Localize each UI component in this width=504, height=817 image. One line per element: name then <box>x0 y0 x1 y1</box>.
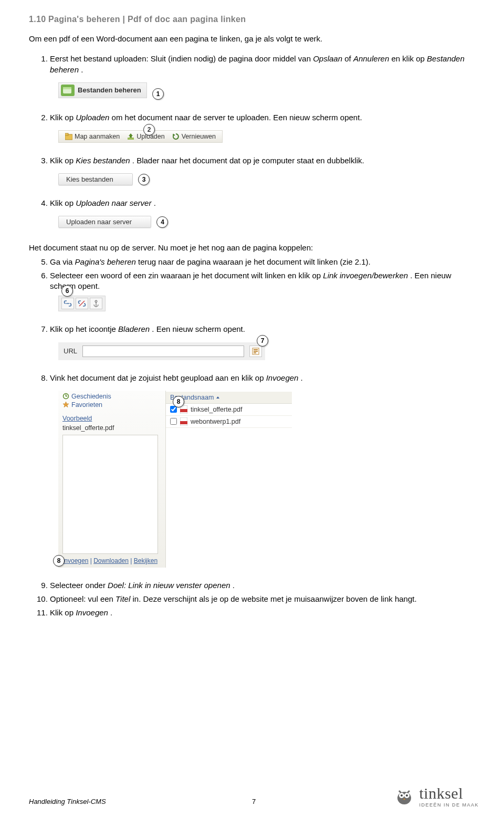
pdf-icon <box>180 417 187 426</box>
svg-rect-15 <box>180 409 187 412</box>
anchor-icon <box>92 300 100 307</box>
figure-bestanden-beheren: Bestanden beheren 1 <box>58 82 164 100</box>
anchor-button[interactable] <box>90 298 102 309</box>
callout-7: 7 <box>257 335 268 347</box>
callout-2: 2 <box>143 124 155 135</box>
file-row[interactable]: webontwerp1.pdf <box>166 416 292 428</box>
browse-icon <box>252 348 259 355</box>
step-7: Klik op het icoontje Bladeren . Een nieu… <box>50 324 479 334</box>
step-1: Eerst het bestand uploaden: Sluit (indie… <box>50 54 479 75</box>
step-9: Selecteer onder Doel: Link in nieuw vens… <box>50 580 479 591</box>
step-2: Klik op Uploaden om het document naar de… <box>50 112 479 123</box>
logo-tagline: IDEEËN IN DE MAAK <box>419 802 479 808</box>
action-downloaden[interactable]: Downloaden <box>93 557 129 564</box>
callout-6: 6 <box>61 285 73 297</box>
browser-actions: Invoegen | Downloaden | Bekijken <box>62 557 162 564</box>
owl-icon <box>394 787 415 805</box>
callout-8-bottom: 8 <box>53 555 65 567</box>
uploaden-naar-server-button[interactable]: Uploaden naar server <box>58 216 151 228</box>
logo-text: tinksel <box>419 784 479 802</box>
step-5: Ga via Pagina's beheren terug naar de pa… <box>50 257 479 267</box>
tinksel-logo: tinksel IDEEËN IN DE MAAK <box>394 784 479 808</box>
callout-3: 3 <box>138 174 150 185</box>
remove-link-button[interactable] <box>76 298 88 309</box>
svg-rect-17 <box>180 421 187 424</box>
preview-pane <box>62 435 158 554</box>
insert-link-button[interactable] <box>61 298 74 309</box>
file-name: webontwerp1.pdf <box>191 418 240 425</box>
mid-text: Het document staat nu op de server. Nu m… <box>29 243 479 253</box>
page-title: 1.10 Pagina's beheren | Pdf of doc aan p… <box>29 15 479 24</box>
step-3: Klik op Kies bestanden . Blader naar het… <box>50 155 479 166</box>
star-icon <box>62 401 69 408</box>
svg-point-18 <box>397 792 411 804</box>
file-checkbox[interactable] <box>170 418 177 425</box>
step-6: Selecteer een woord of een zin waaraan j… <box>50 270 479 292</box>
callout-1: 1 <box>152 88 164 100</box>
footer-doc-name: Handleiding Tinksel-CMS <box>29 798 106 805</box>
step-8: Vink het document dat je zojuist hebt ge… <box>50 373 479 383</box>
folder-icon <box>61 85 75 96</box>
url-input[interactable] <box>82 345 244 357</box>
file-name: tinksel_offerte.pdf <box>191 406 242 413</box>
svg-rect-12 <box>254 352 256 353</box>
svg-rect-5 <box>128 138 134 140</box>
folder-create-icon <box>65 133 72 140</box>
svg-line-6 <box>79 301 85 306</box>
svg-rect-4 <box>65 133 68 135</box>
figure-link-toolbar: 6 <box>58 296 106 311</box>
action-invoegen[interactable]: Invoegen <box>62 557 88 564</box>
figure-uploaden-naar-server: Uploaden naar server 4 <box>58 216 168 228</box>
history-link[interactable]: Geschiedenis <box>62 393 162 400</box>
file-row[interactable]: tinksel_offerte.pdf <box>166 404 292 416</box>
refresh-icon <box>172 133 180 140</box>
step-4: Klik op Uploaden naar server . <box>50 198 479 208</box>
history-icon <box>62 393 69 400</box>
callout-8-top: 8 <box>173 396 184 407</box>
svg-point-22 <box>406 794 408 797</box>
toolbar-vernieuwen[interactable]: Vernieuwen <box>172 133 216 140</box>
footer-page-number: 7 <box>252 798 256 805</box>
link-icon <box>64 300 72 307</box>
svg-point-21 <box>401 794 403 797</box>
step-11: Klik op Invoegen . <box>50 607 479 618</box>
favorites-link[interactable]: Favorieten <box>62 401 162 409</box>
figure-file-browser: Geschiedenis Favorieten Voorbeeld tinkse… <box>58 391 292 568</box>
callout-4: 4 <box>156 216 168 228</box>
figure-toolbar: Map aanmaken Uploaden 2 Vernieuwen <box>58 130 223 143</box>
url-label: URL <box>64 347 77 355</box>
kies-bestanden-button[interactable]: Kies bestanden <box>58 173 133 185</box>
sort-icon <box>216 395 220 400</box>
preview-filename: tinksel_offerte.pdf <box>62 424 162 432</box>
svg-rect-10 <box>254 349 258 350</box>
figure-kies-bestanden: Kies bestanden 3 <box>58 173 150 185</box>
preview-label: Voorbeeld <box>62 415 92 422</box>
toolbar-map-aanmaken[interactable]: Map aanmaken <box>65 133 120 140</box>
svg-rect-2 <box>63 87 71 89</box>
upload-icon <box>127 133 134 140</box>
bestanden-beheren-label: Bestanden beheren <box>78 86 141 94</box>
figure-url-row: URL 7 <box>58 342 265 360</box>
bestanden-beheren-button[interactable]: Bestanden beheren <box>58 82 147 98</box>
step-10: Optioneel: vul een Titel in. Deze versch… <box>50 594 479 604</box>
svg-rect-11 <box>254 351 258 352</box>
action-bekijken[interactable]: Bekijken <box>134 557 158 564</box>
toolbar: Map aanmaken Uploaden 2 Vernieuwen <box>58 130 223 143</box>
svg-point-7 <box>95 300 97 302</box>
unlink-icon <box>78 300 86 307</box>
intro-text: Om een pdf of een Word-document aan een … <box>29 34 479 44</box>
browse-button[interactable] <box>249 345 262 357</box>
col-header-bestandsnaam[interactable]: Bestandsnaam <box>166 392 292 404</box>
